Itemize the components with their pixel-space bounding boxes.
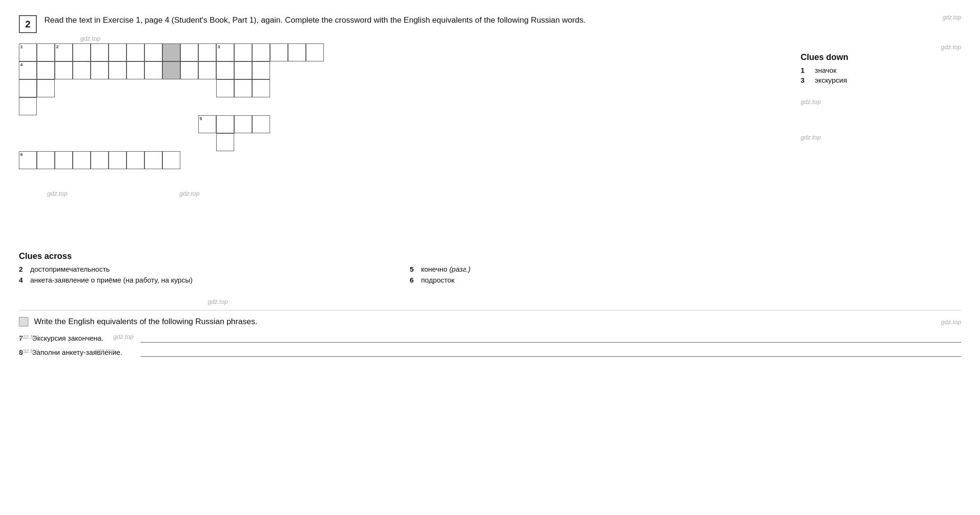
cell-r1c16 — [306, 43, 324, 61]
cell-r6c11 — [216, 133, 234, 151]
exercise3-section: Write the English equivalents of the fol… — [19, 310, 961, 357]
clue-down-1-number: 1 — [801, 66, 810, 74]
clues-across-grid: 2 достопримечательность 5 конечно (разг.… — [19, 265, 782, 284]
cell-r2c2 — [55, 61, 73, 79]
cell-r1c4 — [91, 43, 109, 61]
cell-r1c6 — [127, 43, 144, 61]
clue-down-3-number: 3 — [801, 76, 810, 84]
clue-across-4: 4 анкета-заявление о приёме (на работу, … — [19, 276, 391, 284]
clue-across-2-text: достопримечательность — [30, 265, 110, 273]
clues-across-section: Clues across 2 достопримечательность 5 к… — [19, 251, 782, 284]
cell-r7c0-n6: 6 — [19, 151, 37, 169]
cell-r1c0: 1 — [19, 43, 37, 61]
cell-r1c5 — [109, 43, 127, 61]
cell-r2c0-n4: 4 — [19, 61, 37, 79]
cell-r2c1 — [37, 61, 55, 79]
fill-line-8-text: Заполни анкету-заявление. — [32, 348, 136, 356]
cell-r1c2-n2: 2 — [55, 43, 73, 61]
clue-down-3: 3 экскурсия — [801, 76, 961, 84]
cell-r1c7 — [144, 43, 162, 61]
cell-r1c8-shaded — [162, 43, 180, 61]
fill-line-8-underline — [141, 347, 961, 357]
cell-r7c2 — [55, 151, 73, 169]
cell-r1c13 — [252, 43, 270, 61]
cell-r1c15 — [288, 43, 306, 61]
cell-r7c7 — [144, 151, 162, 169]
cell-r7c3 — [73, 151, 91, 169]
cell-r2c7 — [144, 61, 162, 79]
clue-across-5-number: 5 — [410, 265, 417, 273]
exercise2-header: 2 Read the text in Exercise 1, page 4 (S… — [19, 14, 961, 33]
cell-r7c6 — [127, 151, 144, 169]
watermark-cw-bl: gdz.top — [47, 190, 68, 197]
watermark-ex3-bm: gdz.top — [113, 333, 134, 340]
clue-across-5-text: конечно (разг.) — [421, 265, 471, 273]
exercise-number: 2 — [19, 15, 37, 33]
cell-r5c10-n5: 5 — [198, 115, 216, 133]
cell-r7c8 — [162, 151, 180, 169]
cell-r2c12 — [234, 61, 252, 79]
main-area: gdz.top 1 2 3 4 — [19, 43, 961, 284]
cell-r1c10 — [198, 43, 216, 61]
cell-r2c5 — [109, 61, 127, 79]
clues-down-section: gdz.top Clues down 1 значок 3 экскурсия … — [801, 43, 961, 284]
clues-across-title: Clues across — [19, 251, 782, 261]
cell-r1c14 — [270, 43, 288, 61]
watermark-ex3-line2-l: gdz.top — [19, 347, 39, 354]
clue-across-2: 2 достопримечательность — [19, 265, 391, 273]
cell-r2c6 — [127, 61, 144, 79]
cell-r1c9 — [180, 43, 198, 61]
cell-r4c0 — [19, 97, 37, 115]
clue-across-4-number: 4 — [19, 276, 26, 284]
fill-line-7: 7 Экскурсия закончена. — [19, 333, 961, 343]
cell-r2c10 — [198, 61, 216, 79]
exercise3-checkbox — [19, 317, 28, 326]
watermark-clues-mid: gdz.top — [801, 98, 961, 105]
clue-across-5: 5 конечно (разг.) — [410, 265, 782, 273]
watermark-ex3-bl: gdz.top — [19, 333, 39, 340]
clue-across-6-text: подросток — [421, 276, 455, 284]
cell-r5c11 — [216, 115, 234, 133]
clue-across-6-number: 6 — [410, 276, 417, 284]
fill-line-7-underline — [141, 333, 961, 343]
watermark-top-right: gdz.top — [943, 14, 961, 21]
watermark-ex3-line2-r: gdz.top — [94, 347, 115, 354]
clue-across-4-text: анкета-заявление о приёме (на работу, на… — [30, 276, 193, 284]
cell-r5c12 — [234, 115, 252, 133]
clue-down-3-text: экскурсия — [815, 76, 847, 84]
cell-r2c3 — [73, 61, 91, 79]
cell-r3c11 — [216, 79, 234, 97]
exercise3-header: Write the English equivalents of the fol… — [19, 317, 961, 326]
watermark-ex3-right: gdz.top — [941, 318, 961, 326]
cell-r3c1 — [37, 79, 55, 97]
cell-r2c13 — [252, 61, 270, 79]
fill-line-8: 8 Заполни анкету-заявление. — [19, 347, 961, 357]
clue-down-1: 1 значок — [801, 66, 961, 74]
clues-down-title: Clues down — [801, 52, 961, 62]
cell-r5c13 — [252, 115, 270, 133]
cell-r2c8-shaded — [162, 61, 180, 79]
watermark-mid-left: gdz.top — [208, 298, 961, 305]
watermark-cw-top: gdz.top — [80, 35, 101, 42]
cell-r3c13 — [252, 79, 270, 97]
cell-r7c5 — [109, 151, 127, 169]
cell-r7c1 — [37, 151, 55, 169]
crossword-grid: 1 2 3 4 — [19, 43, 406, 242]
cell-r3c0 — [19, 79, 37, 97]
exercise-instructions: Read the text in Exercise 1, page 4 (Stu… — [44, 14, 586, 26]
cell-r2c9 — [180, 61, 198, 79]
exercise3-instructions: Write the English equivalents of the fol… — [34, 317, 257, 326]
cell-r1c11-n3: 3 — [216, 43, 234, 61]
cell-r2c4 — [91, 61, 109, 79]
cell-r2c11 — [216, 61, 234, 79]
cell-r1c1 — [37, 43, 55, 61]
cell-r3c12 — [234, 79, 252, 97]
cell-r7c4 — [91, 151, 109, 169]
cell-r1c3 — [73, 43, 91, 61]
clue-down-1-text: значок — [815, 66, 836, 74]
watermark-cw-bm: gdz.top — [179, 190, 200, 197]
cell-r1c12 — [234, 43, 252, 61]
clue-across-2-number: 2 — [19, 265, 26, 273]
watermark-clues-top: gdz.top — [801, 43, 961, 51]
crossword-container: gdz.top 1 2 3 4 — [19, 43, 782, 284]
